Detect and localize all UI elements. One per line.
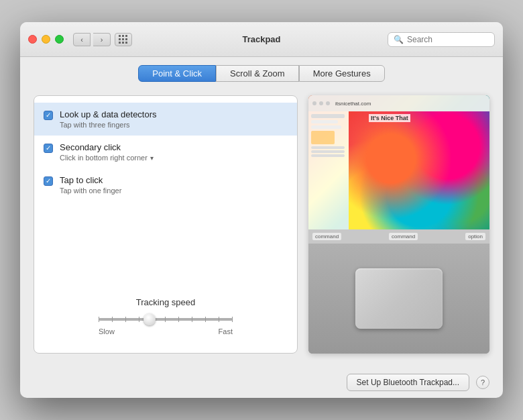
option-look-up-title: Look up & data detectors: [60, 109, 157, 119]
keyboard-bar: command command option: [308, 229, 489, 244]
option-look-up[interactable]: ✓ Look up & data detectors Tap with thre…: [34, 103, 297, 136]
option-tap-to-click-subtitle: Tap with one finger: [60, 187, 121, 195]
spacer: [34, 201, 297, 291]
dropdown-arrow-icon[interactable]: ▾: [150, 154, 154, 162]
content: ✓ Look up & data detectors Tap with thre…: [20, 89, 503, 367]
preview-panel: itsnicethat.com: [308, 95, 489, 354]
tick-2: [125, 317, 126, 322]
grid-button[interactable]: [115, 33, 132, 46]
browser-address-bar: itsnicethat.com: [308, 95, 489, 111]
browser-main: It's Nice That: [349, 111, 489, 229]
option-tap-to-click-title: Tap to click: [60, 175, 121, 185]
tick-6: [178, 317, 179, 322]
titlebar: ‹ › Trackpad 🔍: [20, 22, 503, 57]
back-button[interactable]: ‹: [73, 33, 91, 46]
tick-1: [112, 317, 113, 322]
tick-3: [139, 317, 139, 322]
preview-browser: itsnicethat.com: [308, 95, 489, 229]
browser-dot-1: [312, 101, 316, 105]
tick-7: [192, 317, 192, 322]
art-block: [349, 111, 489, 229]
browser-sidebar: [308, 111, 349, 229]
main-window: ‹ › Trackpad 🔍 Point & Click Scroll & Zo…: [20, 22, 503, 398]
slider-track[interactable]: [99, 318, 233, 321]
tick-10: [232, 317, 233, 322]
key-command-left: command: [312, 233, 341, 240]
traffic-lights: [28, 35, 64, 44]
forward-button[interactable]: ›: [93, 33, 111, 46]
option-secondary-click-subtitle: Click in bottom right corner ▾: [60, 154, 154, 162]
browser-dot-3: [326, 101, 330, 105]
grid-icon: [119, 35, 128, 44]
tick-0: [99, 317, 99, 322]
slider-thumb[interactable]: [143, 313, 156, 325]
option-secondary-click[interactable]: ✓ Secondary click Click in bottom right …: [34, 136, 297, 168]
option-secondary-click-text: Secondary click Click in bottom right co…: [60, 142, 154, 162]
checkbox-look-up[interactable]: ✓: [44, 111, 53, 120]
maximize-button[interactable]: [55, 35, 64, 44]
help-button[interactable]: ?: [476, 376, 489, 389]
key-command-right: command: [389, 233, 418, 240]
checkmark-icon: ✓: [46, 145, 51, 152]
bluetooth-setup-button[interactable]: Set Up Bluetooth Trackpad...: [347, 374, 469, 391]
minimize-button[interactable]: [42, 35, 50, 44]
search-box[interactable]: 🔍: [388, 32, 495, 47]
slider-slow-label: Slow: [99, 327, 115, 335]
tick-8: [205, 317, 206, 322]
close-button[interactable]: [28, 35, 37, 44]
checkbox-tap-to-click[interactable]: ✓: [44, 176, 53, 186]
tick-9: [219, 317, 219, 322]
checkmark-icon: ✓: [46, 178, 51, 185]
browser-title-text: itsnicethat.com: [335, 101, 371, 107]
slider-labels: Slow Fast: [99, 327, 233, 335]
checkbox-secondary-click[interactable]: ✓: [44, 144, 53, 153]
preview-image: itsnicethat.com: [308, 95, 489, 354]
option-secondary-click-title: Secondary click: [60, 142, 154, 152]
tab-more-gestures[interactable]: More Gestures: [299, 65, 385, 82]
browser-brand-text: It's Nice That: [369, 114, 410, 122]
window-title: Trackpad: [242, 34, 280, 44]
option-tap-to-click-text: Tap to click Tap with one finger: [60, 175, 121, 195]
bottom-bar: Set Up Bluetooth Trackpad... ?: [20, 367, 503, 398]
tab-point-click[interactable]: Point & Click: [138, 65, 216, 82]
tab-scroll-zoom[interactable]: Scroll & Zoom: [216, 65, 299, 82]
option-tap-to-click[interactable]: ✓ Tap to click Tap with one finger: [34, 168, 297, 201]
tick-5: [165, 317, 166, 322]
slider-fast-label: Fast: [219, 327, 233, 335]
tabbar: Point & Click Scroll & Zoom More Gesture…: [20, 57, 503, 89]
browser-content: It's Nice That: [308, 111, 489, 229]
search-icon: 🔍: [394, 35, 404, 44]
trackpad-surface: [355, 268, 443, 329]
option-look-up-text: Look up & data detectors Tap with three …: [60, 109, 157, 129]
tracking-label: Tracking speed: [136, 297, 195, 307]
option-look-up-subtitle: Tap with three fingers: [60, 121, 157, 129]
tracking-slider-container: Slow Fast: [99, 314, 233, 335]
preview-trackpad: [308, 244, 489, 354]
key-option-right: option: [465, 233, 485, 240]
browser-dot-2: [319, 101, 323, 105]
checkmark-icon: ✓: [46, 112, 51, 119]
options-panel: ✓ Look up & data detectors Tap with thre…: [34, 95, 298, 354]
tracking-section: Tracking speed: [34, 291, 297, 346]
slider-ticks: [99, 317, 233, 322]
nav-buttons: ‹ ›: [73, 33, 111, 46]
search-input[interactable]: [407, 35, 489, 44]
